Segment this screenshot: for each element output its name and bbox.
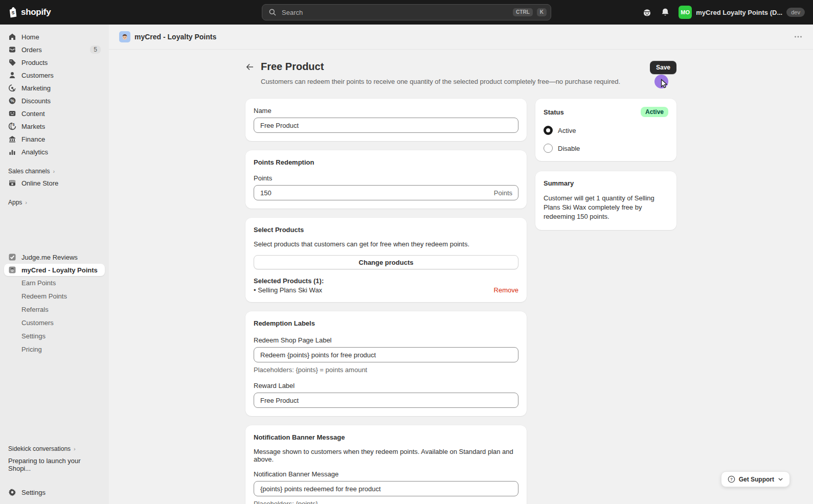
account-menu[interactable]: MO myCred Loyalty Points (D... dev <box>679 6 805 19</box>
sidebar-item-customers[interactable]: Customers <box>4 69 105 81</box>
notification-banner-description: Message shown to customers when they red… <box>254 448 518 463</box>
sidebar-item-label: Marketing <box>21 84 51 92</box>
search-icon <box>267 7 278 17</box>
sidebar-subitem-referrals[interactable]: Referrals <box>4 303 105 316</box>
name-label: Name <box>254 107 518 114</box>
redeem-shop-page-input[interactable] <box>254 347 518 362</box>
mycred-app-icon <box>8 266 16 274</box>
sidekick-conversation-item[interactable]: Preparing to launch your Shopi... <box>4 454 105 475</box>
sidebar-item-settings[interactable]: Settings <box>4 486 105 498</box>
get-support-button[interactable]: ? Get Support <box>721 471 790 487</box>
sidebar-item-label: Markets <box>21 123 45 130</box>
points-input[interactable] <box>254 185 518 200</box>
sidebar-item-analytics[interactable]: Analytics <box>4 146 105 158</box>
sidebar-item-label: Content <box>21 110 45 118</box>
status-option-active[interactable]: Active <box>544 126 668 135</box>
remove-product-link[interactable]: Remove <box>494 286 518 294</box>
more-options-icon[interactable] <box>794 32 803 41</box>
notification-banner-input[interactable] <box>254 481 518 496</box>
radio-label: Active <box>558 127 576 134</box>
sidebar-item-online-store[interactable]: Online Store <box>4 177 105 189</box>
app-header: myCred - Loyalty Points <box>109 25 813 50</box>
save-button[interactable]: Save <box>650 61 676 74</box>
apps-header[interactable]: Apps › <box>4 197 105 208</box>
radio-checked-icon[interactable] <box>544 126 553 135</box>
sidebar-item-home[interactable]: Home <box>4 31 105 43</box>
shopify-logo[interactable]: S shopify <box>8 7 51 17</box>
notification-banner-card: Notification Banner Message Message show… <box>245 425 527 504</box>
points-label: Points <box>254 174 518 182</box>
sidebar-subitem-earn-points[interactable]: Earn Points <box>4 277 105 289</box>
redemption-labels-card: Redemption Labels Redeem Shop Page Label… <box>245 311 527 416</box>
dev-badge: dev <box>786 8 805 17</box>
orders-icon <box>8 45 16 54</box>
sidebar-item-orders[interactable]: Orders 5 <box>4 43 105 56</box>
sidebar-subitem-settings[interactable]: Settings <box>4 330 105 342</box>
redemption-labels-title: Redemption Labels <box>254 319 518 327</box>
sidebar-item-finance[interactable]: Finance <box>4 133 105 145</box>
name-input[interactable] <box>254 118 518 133</box>
sales-channels-header[interactable]: Sales channels › <box>4 166 105 177</box>
orders-count-badge: 5 <box>90 45 101 54</box>
radio-label: Disable <box>558 145 580 152</box>
selected-product-row: • Selling Plans Ski Wax Remove <box>254 286 518 294</box>
topbar: S shopify CTRL K MO myCred Loyalty Point… <box>0 0 813 25</box>
search-input[interactable] <box>282 9 509 16</box>
content-icon <box>8 109 16 118</box>
markets-globe-icon: $ <box>8 122 16 130</box>
sidebar-item-label: Discounts <box>21 97 51 105</box>
customers-person-icon <box>8 71 16 79</box>
chevron-right-icon: › <box>74 446 76 452</box>
sidebar-subitem-customers[interactable]: Customers <box>4 316 105 329</box>
selected-products-header: Selected Products (1): <box>254 277 518 285</box>
status-option-disable[interactable]: Disable <box>544 144 668 153</box>
back-arrow-icon[interactable] <box>245 62 256 73</box>
status-title: Status <box>544 108 564 116</box>
sidebar-item-mycred-loyalty-points[interactable]: myCred - Loyalty Points <box>4 264 105 276</box>
store-name: myCred Loyalty Points (D... <box>696 9 782 16</box>
global-search[interactable]: CTRL K <box>262 4 551 20</box>
summary-title: Summary <box>544 179 668 187</box>
sidebar: Home Orders 5 Products Customers Marketi… <box>0 25 109 504</box>
selected-product-name: • Selling Plans Ski Wax <box>254 286 322 294</box>
sidebar-item-label: Analytics <box>21 148 48 156</box>
kbd-ctrl: CTRL <box>513 8 533 16</box>
select-products-title: Select Products <box>254 226 518 234</box>
question-circle-icon: ? <box>728 475 735 483</box>
select-products-description: Select products that customers can get f… <box>254 240 518 248</box>
online-store-icon <box>8 179 16 187</box>
page-title: Free Product <box>261 61 324 73</box>
judgeme-check-icon <box>8 253 16 261</box>
svg-text:%: % <box>10 98 14 103</box>
select-products-card: Select Products Select products that cus… <box>245 218 527 302</box>
sidekick-icon[interactable] <box>642 7 652 17</box>
sidebar-item-label: Judge.me Reviews <box>21 254 78 261</box>
shopify-wordmark: shopify <box>21 7 51 17</box>
sidebar-item-marketing[interactable]: Marketing <box>4 82 105 94</box>
finance-bank-icon <box>8 135 16 143</box>
svg-text:$: $ <box>13 122 15 127</box>
radio-unchecked-icon[interactable] <box>544 144 553 153</box>
sidebar-item-products[interactable]: Products <box>4 56 105 68</box>
reward-label-input[interactable] <box>254 393 518 408</box>
notifications-bell-icon[interactable] <box>660 7 670 17</box>
sidebar-item-label: Online Store <box>21 179 58 187</box>
sidebar-item-markets[interactable]: $ Markets <box>4 120 105 132</box>
home-icon <box>8 33 16 41</box>
svg-text:S: S <box>12 10 15 15</box>
sidebar-item-discounts[interactable]: % Discounts <box>4 95 105 107</box>
sidebar-item-judgeme-reviews[interactable]: Judge.me Reviews <box>4 251 105 263</box>
sidebar-item-content[interactable]: Content <box>4 107 105 120</box>
name-card: Name <box>245 99 527 141</box>
sidebar-subitem-pricing[interactable]: Pricing <box>4 343 105 356</box>
sidebar-item-label: Finance <box>21 135 45 143</box>
change-products-button[interactable]: Change products <box>254 255 518 269</box>
reward-label: Reward Label <box>254 382 518 390</box>
status-badge: Active <box>641 107 668 117</box>
sidebar-item-label: Orders <box>21 46 42 54</box>
sidekick-conversations-header[interactable]: Sidekick conversations › <box>4 443 105 454</box>
sidebar-subitem-redeem-points[interactable]: Redeem Points <box>4 290 105 303</box>
notification-banner-title: Notification Banner Message <box>254 433 518 441</box>
svg-text:?: ? <box>730 477 733 482</box>
shopify-bag-icon: S <box>8 7 18 17</box>
